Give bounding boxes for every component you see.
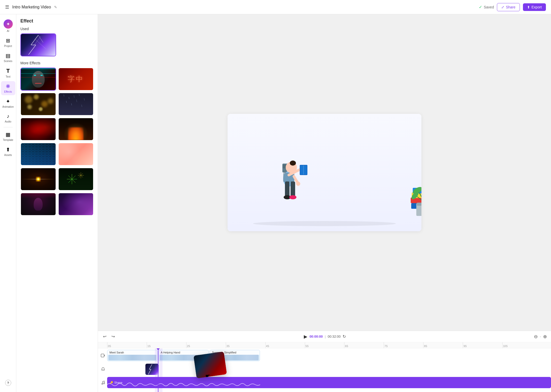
- zoom-dash: -: [540, 335, 541, 339]
- panel-title: Effect: [20, 18, 94, 24]
- clip-meet-sarah[interactable]: Meet Sarah: [107, 350, 157, 361]
- scenes-icon: ▤: [6, 53, 10, 59]
- time-separator: |: [325, 335, 325, 338]
- ruler-tick-5s: 5S: [305, 342, 344, 348]
- main-illustration-svg: [228, 114, 421, 231]
- timeline-center-controls: ▶ 00:00:00 | 00:32:00 ↻: [304, 334, 346, 339]
- svg-line-15: [68, 176, 72, 179]
- ruler-tick-9s: 9S: [463, 342, 502, 348]
- sidebar-label-text: Text: [6, 75, 10, 78]
- svg-line-13: [68, 179, 72, 183]
- svg-point-72: [102, 383, 103, 385]
- sidebar-item-scenes[interactable]: ▤ Scenes: [1, 51, 15, 65]
- sidebar-item-help[interactable]: ?: [1, 378, 15, 389]
- ai-icon: ✦: [4, 19, 13, 29]
- effect-thumb-lightning[interactable]: [20, 33, 56, 56]
- svg-line-5: [33, 36, 41, 46]
- play-button[interactable]: ▶: [304, 334, 307, 339]
- loop-button[interactable]: ↻: [343, 334, 346, 339]
- redo-button[interactable]: ↪: [110, 333, 116, 340]
- ruler-tick-3s: 3S: [226, 342, 265, 348]
- current-time: 00:00:00: [309, 335, 323, 338]
- svg-line-17: [81, 173, 83, 175]
- effect-thumb-explosion[interactable]: [58, 118, 94, 141]
- timeline-controls: ↩ ↪ ▶ 00:00:00 | 00:32:00 ↻ ⊖ - ⊕: [98, 331, 551, 342]
- timeline: ↩ ↪ ▶ 00:00:00 | 00:32:00 ↻ ⊖ - ⊕: [98, 331, 551, 392]
- svg-point-37: [296, 182, 300, 186]
- ruler-tick-6s: 6S: [344, 342, 384, 348]
- effect-thumb-glitch-face[interactable]: [20, 68, 56, 91]
- project-title: Intro Marketing Video: [12, 5, 51, 9]
- fireworks-svg: [64, 170, 87, 188]
- total-duration: 00:32:00: [328, 335, 341, 338]
- audio-track-content: 🔑 Shane: [107, 377, 551, 388]
- effect-thumb-bokeh[interactable]: [20, 93, 56, 116]
- effects-track-icon: [99, 367, 107, 372]
- canvas-frame: [228, 114, 421, 231]
- svg-line-3: [38, 35, 43, 43]
- timeline-right-controls: ⊖ - ⊕: [534, 334, 547, 339]
- ruler-tick-0s: 0S: [107, 342, 147, 348]
- drag-card[interactable]: ☛: [193, 351, 227, 378]
- effect-thumb-lens-flare[interactable]: [20, 168, 56, 191]
- export-label: Export: [532, 5, 542, 9]
- topbar: ☰ Intro Marketing Video ✎ ✓ Saved ⤢ Shar…: [0, 0, 551, 14]
- sidebar-item-text[interactable]: T Text: [1, 66, 15, 80]
- effect-thumb-women[interactable]: [58, 193, 94, 216]
- menu-icon[interactable]: ☰: [5, 4, 9, 10]
- effect-thumb-red-chinese[interactable]: 字中: [58, 68, 94, 91]
- help-icon: ?: [5, 380, 11, 386]
- playhead: [158, 348, 158, 392]
- audio-clip-shane[interactable]: 🔑 Shane: [107, 377, 551, 388]
- effect-thumb-scales[interactable]: [20, 143, 56, 166]
- undo-button[interactable]: ↩: [102, 333, 107, 340]
- effect-thumb-smoke[interactable]: [20, 118, 56, 141]
- sidebar-item-assets[interactable]: ⬆ Assets: [1, 144, 15, 158]
- sidebar-item-template[interactable]: ▦ Template: [1, 129, 15, 143]
- tracks-wrapper: ☛: [98, 348, 551, 392]
- svg-line-11: [72, 179, 76, 183]
- audio-waveform-svg: [107, 381, 260, 388]
- timeline-left-controls: ↩ ↪: [102, 333, 116, 340]
- sidebar-item-project[interactable]: ⊞ Project: [1, 35, 15, 50]
- svg-rect-67: [101, 354, 104, 357]
- effect-thumb-peach[interactable]: [58, 143, 94, 166]
- main-layout: ✦ AI ⊞ Project ▤ Scenes T Text ❋ Effects…: [0, 14, 551, 392]
- template-icon: ▦: [6, 131, 10, 138]
- svg-line-69: [149, 364, 152, 369]
- sidebar-label-effects: Effects: [4, 90, 12, 93]
- effect-thumb-fireworks[interactable]: [58, 168, 94, 191]
- topbar-left: ☰ Intro Marketing Video ✎: [5, 4, 57, 10]
- export-button[interactable]: ⬆ Export: [523, 3, 546, 11]
- effect-thumb-portrait[interactable]: [20, 193, 56, 216]
- effects-track: [98, 363, 551, 376]
- sidebar-label-assets: Assets: [4, 154, 12, 156]
- ruler-inner: 0S 1S 2S 3S 4S 5S 6S 7S 8S 9S 10S: [107, 342, 542, 348]
- zoom-out-button[interactable]: ⊖: [534, 334, 538, 339]
- zoom-in-button[interactable]: ⊕: [543, 334, 547, 339]
- edit-icon[interactable]: ✎: [54, 5, 57, 9]
- sidebar-item-audio[interactable]: ♪ Audio: [1, 111, 15, 125]
- sidebar-item-animation[interactable]: ✦ Animation: [1, 96, 15, 110]
- svg-line-0: [31, 35, 38, 45]
- svg-line-4: [35, 39, 46, 48]
- video-track-content: Meet Sarah A Helping Hand Success, Simpl…: [107, 350, 551, 361]
- sidebar-label-scenes: Scenes: [4, 60, 12, 63]
- svg-rect-39: [291, 181, 295, 197]
- effect-thumb-rain[interactable]: [58, 93, 94, 116]
- export-icon: ⬆: [527, 5, 530, 9]
- sidebar-item-ai[interactable]: ✦ AI: [1, 17, 15, 34]
- share-icon: ⤢: [501, 5, 504, 9]
- svg-point-31: [290, 161, 296, 166]
- share-button[interactable]: ⤢ Share: [497, 3, 520, 11]
- sidebar-item-effects[interactable]: ❋ Effects: [1, 81, 15, 95]
- saved-label: Saved: [484, 5, 494, 9]
- video-track-icon: [99, 353, 107, 358]
- svg-line-71: [148, 369, 151, 374]
- used-effects-grid: [20, 33, 94, 56]
- svg-point-24: [253, 221, 396, 226]
- svg-rect-56: [417, 203, 421, 206]
- effects-panel: Effect Used More Effects: [16, 14, 98, 392]
- svg-line-23: [79, 173, 81, 175]
- clip-label-helping-hand: A Helping Hand: [159, 350, 208, 355]
